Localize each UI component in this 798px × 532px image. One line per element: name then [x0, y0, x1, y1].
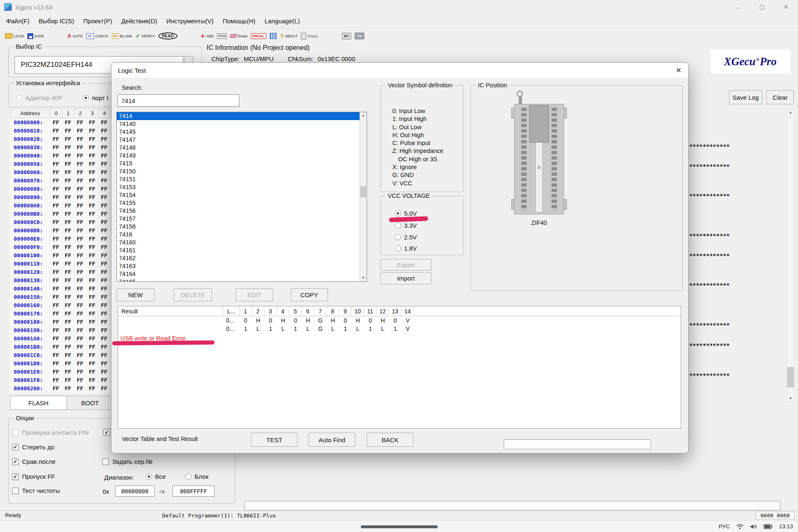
list-item[interactable]: 74140 [117, 120, 360, 128]
hex-row[interactable]: 000000C0:FFFFFFFFFF [10, 218, 111, 226]
hex-row[interactable]: 000001C0:FFFFFFFFFF [10, 351, 111, 359]
hex-row[interactable]: 000000E0:FFFFFFFFFF [10, 234, 111, 243]
speaker-icon[interactable] [750, 524, 757, 530]
hex-row[interactable]: 00000050:FFFFFFFFFF [10, 160, 111, 168]
auto-find-button[interactable]: Auto Find [308, 433, 355, 447]
vcc-radio-2.5V[interactable]: 2.5V [395, 234, 417, 241]
toolbar-button-calc[interactable]: CALC. [301, 30, 319, 42]
battery-icon[interactable] [764, 524, 773, 529]
list-item[interactable]: 7414 [117, 112, 360, 120]
vcc-radio-1.8V[interactable]: 1.8V [395, 245, 417, 252]
hex-row[interactable]: 000001F0:FFFFFFFFFF [10, 376, 111, 384]
language-indicator[interactable]: РУС [719, 523, 730, 530]
list-item[interactable]: 74157 [117, 215, 360, 223]
toolbar-button-floppy-save[interactable]: SAVE [27, 30, 44, 42]
menu-item[interactable]: Помощь(H) [218, 16, 260, 26]
hex-row[interactable]: 000000B0:FFFFFFFFFF [10, 209, 111, 218]
list-item[interactable]: 74164 [117, 270, 360, 278]
hex-row[interactable]: 00000180:FFFFFFFFFF [10, 318, 111, 326]
list-item[interactable]: 74154 [117, 191, 360, 199]
toolbar-button-ram-chip[interactable]: RAM [217, 30, 227, 42]
hex-row[interactable]: 00000030:FFFFFFFFFF [10, 143, 111, 151]
hex-row[interactable]: 000000A0:FFFFFFFFFF [10, 201, 111, 209]
range-block-radio[interactable]: Блок [185, 473, 209, 480]
port-radio[interactable]: порт I [83, 94, 108, 101]
pin-check-checkbox[interactable]: Проверка контакта PIN [12, 429, 89, 436]
save-log-button[interactable]: Save Log [729, 90, 762, 104]
scroll-thumb[interactable] [787, 367, 794, 387]
toolbar-button-tv[interactable]: TV [355, 30, 365, 42]
list-item[interactable]: 74153 [117, 183, 360, 191]
hex-row[interactable]: 00000010:FFFFFFFFFF [10, 126, 111, 135]
hex-row[interactable]: 00000190:FFFFFFFFFF [10, 326, 111, 334]
toolbar-button-add-plus[interactable]: +ADD [201, 30, 214, 42]
hex-row[interactable]: 00000160:FFFFFFFFFF [10, 301, 111, 309]
list-item[interactable]: 74160 [117, 239, 360, 246]
new-button[interactable]: NEW [116, 288, 155, 301]
toolbar-button-chip-grid[interactable] [270, 30, 277, 42]
list-item[interactable]: 74148 [117, 144, 360, 152]
scroll-thumb[interactable] [360, 186, 366, 197]
hex-row[interactable]: 00000100:FFFFFFFFFF [10, 251, 111, 259]
clean-test-checkbox[interactable]: Тест чистоты [12, 487, 60, 494]
vcc-radio-5.0V[interactable]: 5.0V [395, 210, 417, 217]
hex-row[interactable]: 00000040:FFFFFFFFFF [10, 151, 111, 160]
list-item[interactable]: 74150 [117, 167, 360, 175]
list-scrollbar[interactable]: ▲ ▼ [360, 112, 367, 281]
list-item[interactable]: 74149 [117, 152, 360, 160]
menu-item[interactable]: Выбор IC(S) [34, 16, 79, 26]
toolbar-button-ic-check[interactable]: IDCHECK [86, 30, 108, 42]
tab-boot[interactable]: BOOT [67, 396, 113, 410]
range-from-input[interactable]: 00000000 [115, 485, 155, 497]
hex-row[interactable]: 00000080:FFFFFFFFFF [10, 185, 111, 193]
hex-row[interactable]: 000000D0:FFFFFFFFFF [10, 226, 111, 234]
hex-row[interactable]: 00000150:FFFFFFFFFF [10, 293, 111, 301]
toolbar-button-prog-box[interactable]: PROG. [251, 30, 266, 42]
log-scrollbar[interactable]: ▲ ▼ [786, 109, 795, 402]
toolbar-button-verify-check[interactable]: ✓VERIFY [135, 30, 155, 42]
hex-row[interactable]: 00000130:FFFFFFFFFF [10, 276, 111, 284]
erase-before-checkbox[interactable]: Стереть до [12, 443, 54, 451]
search-input[interactable]: 7414 [118, 94, 239, 107]
skip-ff-checkbox[interactable]: Пропуск FF [12, 473, 55, 480]
menu-item[interactable]: Проект(P) [79, 16, 116, 26]
hex-row[interactable]: 00000120:FFFFFFFFFF [10, 268, 111, 276]
delete-button[interactable]: DELETE [174, 288, 212, 301]
hex-row[interactable]: 000001E0:FFFFFFFFFF [10, 367, 111, 376]
hex-row[interactable]: 000001D0:FFFFFFFFFF [10, 359, 111, 367]
tab-flash[interactable]: FLASH [10, 396, 67, 410]
hex-row[interactable]: 00000090:FFFFFFFFFF [10, 193, 111, 201]
hex-row[interactable]: 000001A0:FFFFFFFFFF [10, 334, 111, 342]
wifi-icon[interactable] [736, 524, 744, 530]
adapter-40p-radio[interactable]: Адаптер 40P [16, 94, 62, 101]
range-to-input[interactable]: 000FFFFF [172, 485, 214, 497]
list-item[interactable]: 7415 [117, 160, 360, 167]
hex-row[interactable]: 00000140:FFFFFFFFFF [10, 284, 111, 293]
list-item[interactable]: 74147 [117, 136, 360, 144]
hex-row[interactable]: 00000020:FFFFFFFFFF [10, 135, 111, 143]
toolbar-button-auto-pen[interactable]: AAUTO [67, 30, 83, 42]
list-item[interactable]: 74162 [117, 254, 360, 262]
truncated-checkbox[interactable] [103, 429, 110, 436]
toolbar-button-chip-b[interactable]: B+ [342, 30, 351, 42]
hex-row[interactable]: 000001B0:FFFFFFFFFF [10, 342, 111, 351]
hex-row[interactable]: 00000110:FFFFFFFFFF [10, 259, 111, 268]
hex-row[interactable]: 00000200:FFFFFFFFFF [10, 384, 111, 392]
menu-item[interactable]: Language(L) [260, 16, 305, 26]
toolbar-button-blank-check[interactable]: FEBLANK [112, 30, 133, 42]
menu-item[interactable]: Файл(F) [2, 16, 34, 26]
maximize-button[interactable] [750, 0, 774, 14]
test-button[interactable]: TEST [251, 433, 298, 447]
compare-after-checkbox[interactable]: Срав.после [12, 458, 56, 465]
list-item[interactable]: 74163 [117, 262, 360, 270]
minimize-button[interactable]: – [726, 0, 750, 14]
hex-row[interactable]: 000000F0:FFFFFFFFFF [10, 243, 111, 251]
toolbar-button-about-question[interactable]: ?ABOUT [280, 30, 298, 42]
scroll-up-icon[interactable]: ▲ [360, 112, 367, 119]
close-button[interactable]: ✕ [774, 0, 798, 14]
toolbar-button-folder-open[interactable]: LOAD [5, 30, 24, 42]
copy-button[interactable]: COPY [291, 288, 328, 301]
taskbar-handle[interactable] [361, 525, 438, 528]
menu-item[interactable]: Действия(D) [117, 16, 162, 26]
export-button[interactable]: Export [380, 259, 431, 271]
